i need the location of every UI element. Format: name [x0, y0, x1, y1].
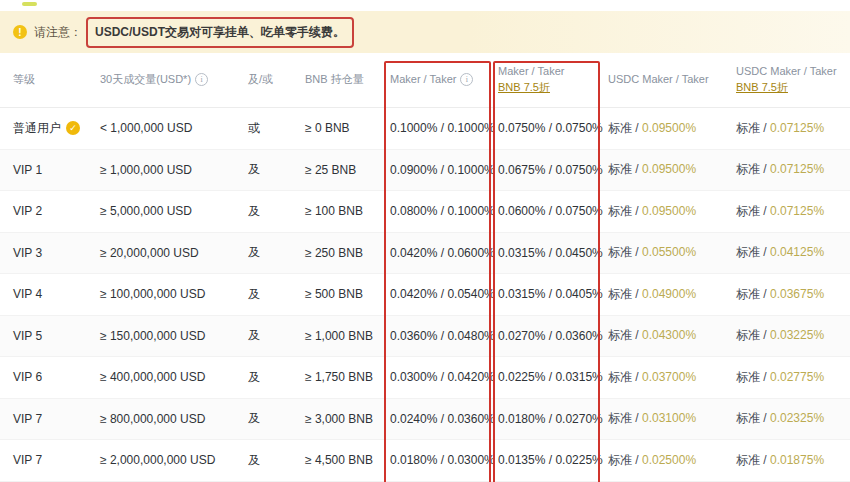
maker-taker-bnb-cell: 0.0315% / 0.0405%: [498, 287, 608, 301]
fee-schedule-page: ! 请注意： USDC/USDT交易对可享挂单、吃单零手续费。 等级 30天成交…: [0, 0, 850, 482]
usdc-bnb-rate: 0.02775%: [770, 370, 824, 384]
level-label: VIP 3: [13, 246, 42, 260]
usdc-rate: 0.04300%: [642, 328, 696, 342]
usdc-standard-label: 标准 /: [608, 204, 639, 218]
usdc-rate: 0.05500%: [642, 245, 696, 259]
level-label: VIP 4: [13, 287, 42, 301]
usdc-bnb-rate: 0.07125%: [770, 204, 824, 218]
maker-taker-cell: 0.0420% / 0.0540%: [390, 287, 498, 301]
maker-taker-cell: 0.0900% / 0.1000%: [390, 163, 498, 177]
header-maker-taker-label: Maker / Taker: [390, 73, 456, 85]
volume-cell: ≥ 20,000,000 USD: [100, 246, 248, 260]
level-label: VIP 7: [13, 412, 42, 426]
bnb-cell: ≥ 0 BNB: [305, 121, 390, 135]
usdc-rate: 0.03100%: [642, 411, 696, 425]
info-icon[interactable]: i: [460, 73, 473, 86]
maker-taker-bnb-cell: 0.0135% / 0.0225%: [498, 453, 608, 467]
maker-taker-bnb-cell: 0.0270% / 0.0360%: [498, 329, 608, 343]
and-or-cell: 及: [248, 161, 305, 178]
usdc-bnb-cell: 标准 / 0.07125%: [736, 161, 850, 178]
table-row: VIP 2 ≥ 5,000,000 USD 及 ≥ 100 BNB 0.0800…: [0, 191, 850, 233]
usdc-bnb-standard-label: 标准 /: [736, 370, 767, 384]
header-bnb-balance: BNB 持仓量: [305, 72, 390, 88]
table-row: VIP 4 ≥ 100,000,000 USD 及 ≥ 500 BNB 0.04…: [0, 274, 850, 316]
level-label: VIP 7: [13, 453, 42, 467]
notice-banner: ! 请注意： USDC/USDT交易对可享挂单、吃单零手续费。: [0, 11, 850, 53]
maker-taker-bnb-cell: 0.0225% / 0.0315%: [498, 370, 608, 384]
usdc-bnb-cell: 标准 / 0.02325%: [736, 410, 850, 427]
usdc-bnb-cell: 标准 / 0.03225%: [736, 327, 850, 344]
bnb-cell: ≥ 3,000 BNB: [305, 412, 390, 426]
usdc-cell: 标准 / 0.04300%: [608, 327, 736, 344]
table-row: VIP 6 ≥ 400,000,000 USD 及 ≥ 1,750 BNB 0.…: [0, 357, 850, 399]
usdc-standard-label: 标准 /: [608, 370, 639, 384]
and-or-cell: 及: [248, 327, 305, 344]
table-row: VIP 7 ≥ 800,000,000 USD 及 ≥ 3,000 BNB 0.…: [0, 399, 850, 441]
usdc-standard-label: 标准 /: [608, 287, 639, 301]
usdc-cell: 标准 / 0.09500%: [608, 203, 736, 220]
volume-cell: ≥ 100,000,000 USD: [100, 287, 248, 301]
bnb-cell: ≥ 100 BNB: [305, 204, 390, 218]
level-label: VIP 1: [13, 163, 42, 177]
and-or-cell: 及: [248, 369, 305, 386]
usdc-bnb-cell: 标准 / 0.03675%: [736, 286, 850, 303]
volume-cell: ≥ 5,000,000 USD: [100, 204, 248, 218]
volume-cell: ≥ 800,000,000 USD: [100, 412, 248, 426]
usdc-cell: 标准 / 0.09500%: [608, 120, 736, 137]
usdc-cell: 标准 / 0.03700%: [608, 369, 736, 386]
usdc-bnb-standard-label: 标准 /: [736, 121, 767, 135]
usdc-bnb-rate: 0.01875%: [770, 453, 824, 467]
usdc-cell: 标准 / 0.05500%: [608, 244, 736, 261]
usdc-bnb-rate: 0.04125%: [770, 245, 824, 259]
table-header-row: 等级 30天成交量(USD*)i 及/或 BNB 持仓量 Maker / Tak…: [0, 53, 850, 108]
header-usdc-maker-taker: USDC Maker / Taker: [608, 72, 736, 88]
maker-taker-bnb-cell: 0.0750% / 0.0750%: [498, 121, 608, 135]
maker-taker-cell: 0.0420% / 0.0600%: [390, 246, 498, 260]
level-label: 普通用户: [13, 120, 61, 137]
usdc-standard-label: 标准 /: [608, 411, 639, 425]
usdc-bnb-cell: 标准 / 0.02775%: [736, 369, 850, 386]
bnb-cell: ≥ 4,500 BNB: [305, 453, 390, 467]
usdc-standard-label: 标准 /: [608, 121, 639, 135]
and-or-cell: 及: [248, 410, 305, 427]
usdc-bnb-rate: 0.07125%: [770, 162, 824, 176]
table-body: 普通用户✓ < 1,000,000 USD 或 ≥ 0 BNB 0.1000% …: [0, 108, 850, 482]
and-or-cell: 及: [248, 286, 305, 303]
bnb-cell: ≥ 25 BNB: [305, 163, 390, 177]
header-maker-taker: Maker / Takeri: [390, 72, 498, 88]
usdc-bnb-rate: 0.02325%: [770, 411, 824, 425]
usdc-rate: 0.09500%: [642, 121, 696, 135]
verified-check-icon: ✓: [66, 121, 80, 135]
bnb-discount-link[interactable]: BNB 7.5折: [736, 80, 850, 96]
and-or-cell: 及: [248, 203, 305, 220]
usdc-standard-label: 标准 /: [608, 453, 639, 467]
usdc-standard-label: 标准 /: [608, 328, 639, 342]
header-usdc-maker-taker-bnb: USDC Maker / Taker BNB 7.5折: [736, 64, 850, 96]
usdc-cell: 标准 / 0.09500%: [608, 161, 736, 178]
volume-cell: < 1,000,000 USD: [100, 121, 248, 135]
fee-table: 等级 30天成交量(USD*)i 及/或 BNB 持仓量 Maker / Tak…: [0, 53, 850, 482]
usdc-bnb-cell: 标准 / 0.07125%: [736, 203, 850, 220]
usdc-standard-label: 标准 /: [608, 245, 639, 259]
bnb-cell: ≥ 1,750 BNB: [305, 370, 390, 384]
usdc-bnb-cell: 标准 / 0.01875%: [736, 452, 850, 469]
usdc-bnb-standard-label: 标准 /: [736, 204, 767, 218]
notice-prefix-text: 请注意：: [34, 24, 82, 41]
header-volume-label: 30天成交量(USD*): [100, 73, 191, 85]
usdc-cell: 标准 / 0.02500%: [608, 452, 736, 469]
maker-taker-cell: 0.0300% / 0.0420%: [390, 370, 498, 384]
bnb-discount-link[interactable]: BNB 7.5折: [498, 80, 608, 96]
usdc-bnb-rate: 0.03225%: [770, 328, 824, 342]
maker-taker-cell: 0.1000% / 0.1000%: [390, 121, 498, 135]
usdc-bnb-standard-label: 标准 /: [736, 328, 767, 342]
top-left-dash: [22, 2, 37, 6]
maker-taker-bnb-cell: 0.0600% / 0.0750%: [498, 204, 608, 218]
usdc-standard-label: 标准 /: [608, 162, 639, 176]
usdc-rate: 0.02500%: [642, 453, 696, 467]
level-label: VIP 2: [13, 204, 42, 218]
and-or-cell: 或: [248, 120, 305, 137]
table-row: VIP 5 ≥ 150,000,000 USD 及 ≥ 1,000 BNB 0.…: [0, 316, 850, 358]
info-icon[interactable]: i: [195, 73, 208, 86]
and-or-cell: 及: [248, 452, 305, 469]
usdc-bnb-rate: 0.03675%: [770, 287, 824, 301]
